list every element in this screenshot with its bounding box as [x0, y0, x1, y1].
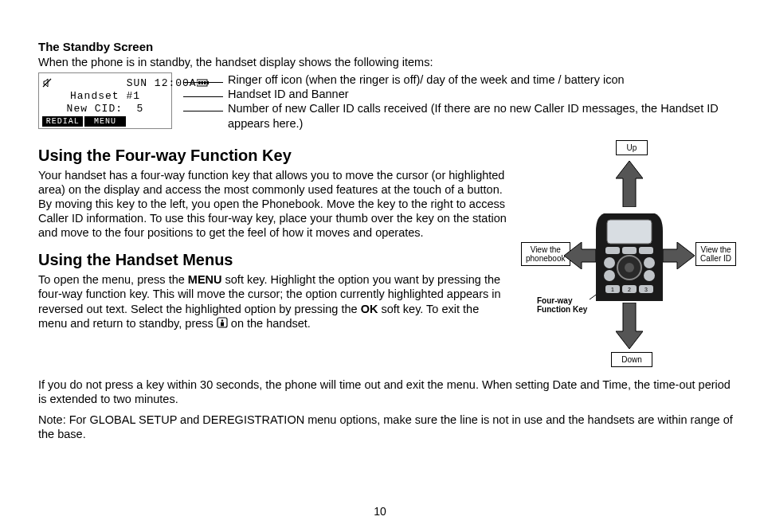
menus-p3: Note: For GLOBAL SETUP and DEREGISTRATIO… [38, 413, 736, 441]
handset-graphic: 1 2 3 [596, 213, 663, 301]
svg-marker-12 [616, 303, 643, 349]
svg-marker-9 [616, 161, 643, 207]
svg-point-7 [221, 319, 223, 321]
label-function-key: Four-way Function Key [537, 296, 587, 314]
softkey-blank [127, 116, 168, 127]
callout-3-text: Number of new Caller ID calls received (… [228, 101, 736, 130]
lcd-screen: SUN 12:00A Handset #1 New CID: 5 [38, 72, 172, 129]
ok-bold: OK [361, 303, 378, 315]
svg-rect-16 [622, 247, 637, 254]
svg-rect-8 [221, 322, 224, 326]
standby-heading: The Standby Screen [38, 40, 736, 53]
arrow-right-icon [663, 242, 695, 269]
svg-text:2: 2 [628, 287, 631, 292]
menus-p1a: To open the menu, press the [38, 273, 188, 286]
standby-section: The Standby Screen When the phone is in … [38, 40, 736, 131]
callout-1-text: Ringer off icon (when the ringer is off)… [228, 72, 625, 87]
svg-point-20 [604, 257, 615, 268]
softkey-menu: MENU [84, 116, 127, 127]
lcd-softkeys: REDIAL MENU [42, 116, 168, 127]
label-left-b: phonebook [526, 254, 566, 263]
label-right: View the Caller ID [695, 242, 736, 266]
arrow-down-icon [616, 303, 643, 349]
manual-page: The Standby Screen When the phone is in … [0, 0, 760, 532]
left-text-col: Using the Four-way Function Key Your han… [38, 135, 521, 331]
leader-line [183, 104, 223, 111]
arrow-left-icon [564, 242, 596, 269]
svg-point-21 [644, 257, 655, 268]
menu-bold: MENU [188, 273, 222, 286]
softkey-redial: REDIAL [42, 116, 84, 127]
leader-line [183, 90, 223, 97]
label-right-a: View the [700, 245, 731, 254]
svg-marker-10 [564, 242, 596, 269]
standby-intro: When the phone is in standby, the handse… [38, 55, 736, 69]
svg-text:1: 1 [611, 287, 614, 292]
svg-point-23 [644, 270, 655, 281]
svg-text:3: 3 [644, 287, 648, 292]
lcd-line-1: SUN 12:00A [42, 76, 168, 89]
label-left-a: View the [531, 245, 561, 254]
svg-point-19 [625, 263, 634, 272]
label-down: Down [611, 352, 652, 367]
label-up: Up [616, 140, 648, 155]
label-left: View the phonebook [521, 242, 570, 266]
svg-rect-14 [607, 220, 652, 244]
callout-2-text: Handset ID and Banner [228, 87, 349, 101]
callout-1: Ringer off icon (when the ringer is off)… [183, 72, 736, 87]
lcd-callouts: Ringer off icon (when the ringer is off)… [183, 72, 736, 131]
label-right-b: Caller ID [700, 254, 731, 263]
menus-p1d: on the handset. [228, 317, 311, 330]
main-two-col: Using the Four-way Function Key Your han… [38, 135, 736, 371]
callout-2: Handset ID and Banner [183, 87, 736, 101]
standby-row: SUN 12:00A Handset #1 New CID: 5 [38, 72, 736, 131]
fk-a: Four-way [537, 296, 572, 305]
svg-point-22 [604, 270, 615, 281]
arrow-up-icon [616, 161, 643, 207]
callout-3: Number of new Caller ID calls received (… [183, 101, 736, 130]
leader-line [183, 76, 223, 83]
fourway-body: Your handset has a four-way function key… [38, 168, 507, 241]
svg-marker-11 [663, 242, 695, 269]
menus-p2: If you do not press a key within 30 seco… [38, 377, 736, 406]
end-key-icon [217, 317, 228, 331]
svg-rect-17 [639, 247, 653, 254]
page-number: 10 [0, 505, 760, 518]
fk-b: Function Key [537, 305, 587, 314]
fourway-heading: Using the Four-way Function Key [38, 147, 507, 165]
menus-heading: Using the Handset Menus [38, 251, 507, 269]
fourway-diagram: Up View the phonebook View the Caller ID [521, 140, 736, 371]
svg-rect-15 [605, 247, 620, 254]
menus-p1: To open the menu, press the MENU soft ke… [38, 272, 507, 331]
